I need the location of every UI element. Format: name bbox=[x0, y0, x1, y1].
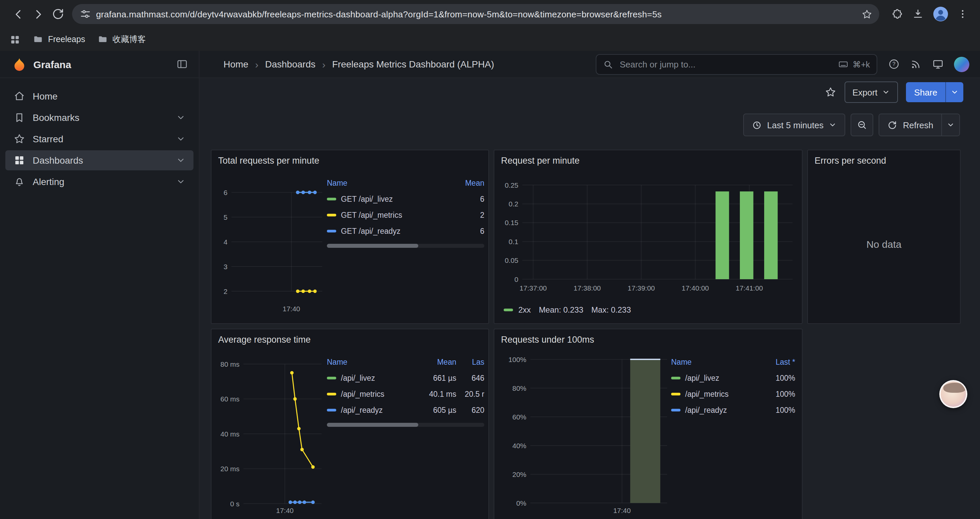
panel-title[interactable]: Request per minute bbox=[500, 154, 797, 170]
panel-title[interactable]: Total requests per minute bbox=[217, 154, 483, 170]
menu-dots-icon[interactable] bbox=[957, 9, 968, 19]
legend-header-row: NameMeanLas bbox=[327, 354, 484, 370]
legend-row: /api/_metrics100% bbox=[671, 386, 795, 402]
series-value: 620 bbox=[456, 406, 484, 414]
help-icon[interactable]: ? bbox=[888, 58, 900, 70]
legend-header-mean[interactable]: Mean bbox=[455, 179, 484, 187]
svg-text:?: ? bbox=[892, 61, 896, 67]
chevron-down-icon[interactable] bbox=[176, 156, 185, 165]
extensions-icon[interactable] bbox=[891, 8, 903, 20]
dashboard-star-icon[interactable] bbox=[824, 86, 836, 98]
legend-header-last-[interactable]: Last * bbox=[758, 358, 795, 366]
svg-text:17:41:00: 17:41:00 bbox=[736, 284, 763, 292]
sidebar-item-dashboards[interactable]: Dashboards bbox=[5, 150, 194, 170]
grafana-sidebar: Grafana Home Bookmarks Starred bbox=[0, 51, 199, 519]
series-name[interactable]: GET /api/_livez bbox=[341, 195, 393, 203]
series-name[interactable]: 2xx bbox=[519, 305, 531, 315]
url-bar[interactable]: grafana.mathmast.com/d/deytv4rwavabkb/fr… bbox=[72, 4, 879, 24]
legend-scrollbar-thumb[interactable] bbox=[327, 423, 418, 427]
legend-row: GET /api/_metrics2 bbox=[327, 207, 484, 223]
legend-table: NameMeanGET /api/_livez6GET /api/_metric… bbox=[327, 175, 484, 239]
site-controls-icon[interactable] bbox=[80, 9, 91, 19]
rss-icon[interactable] bbox=[910, 58, 922, 70]
legend-header-mean[interactable]: Mean bbox=[418, 358, 456, 366]
series-name[interactable]: /api/_readyz bbox=[685, 406, 727, 414]
chrome-profile-avatar[interactable] bbox=[932, 6, 949, 22]
search-input[interactable] bbox=[619, 58, 832, 70]
bar-chart[interactable]: 100%80%60%40%20%0%17:40 bbox=[500, 349, 671, 519]
legend-header-name[interactable]: Name bbox=[327, 358, 418, 366]
legend: NameMeanLas/api/_livez661 µs646/api/_met… bbox=[327, 349, 484, 519]
export-button[interactable]: Export bbox=[844, 81, 898, 103]
legend-header-name[interactable]: Name bbox=[671, 358, 758, 366]
monitor-icon[interactable] bbox=[932, 58, 944, 70]
chevron-down-icon[interactable] bbox=[176, 113, 185, 122]
panel-average-response-time: Average response time 80 ms60 ms40 ms20 … bbox=[211, 329, 489, 519]
series-name[interactable]: /api/_metrics bbox=[685, 390, 729, 398]
series-name[interactable]: /api/_readyz bbox=[341, 406, 383, 414]
series-name[interactable]: /api/_livez bbox=[341, 374, 375, 382]
sidebar-item-label: Dashboards bbox=[33, 155, 83, 166]
folder-icon bbox=[33, 34, 43, 45]
grafana-header: Home › Dashboards › Freeleaps Metrics Da… bbox=[199, 51, 980, 78]
time-range-picker[interactable]: Last 5 minutes bbox=[743, 113, 846, 136]
search-box[interactable]: ⌘+k bbox=[596, 54, 877, 75]
timeseries-chart[interactable]: 6543217:40 bbox=[217, 170, 327, 318]
series-name[interactable]: GET /api/_metrics bbox=[341, 211, 402, 219]
no-data-message: No data bbox=[813, 170, 955, 318]
floating-avatar-overlay[interactable] bbox=[939, 380, 967, 408]
bookmark-star-icon[interactable] bbox=[861, 8, 873, 20]
breadcrumb-home[interactable]: Home bbox=[223, 59, 248, 69]
share-button[interactable]: Share bbox=[906, 82, 945, 102]
legend-scrollbar[interactable] bbox=[327, 423, 484, 427]
panel-requests-under-100ms: Requests under 100ms 100%80%60%40%20%0%1… bbox=[494, 329, 803, 519]
svg-text:0.2: 0.2 bbox=[509, 200, 519, 208]
sidebar-item-alerting[interactable]: Alerting bbox=[5, 172, 194, 192]
refresh-interval-dropdown[interactable] bbox=[941, 114, 959, 136]
sidebar-item-home[interactable]: Home bbox=[5, 86, 194, 106]
share-dropdown-button[interactable] bbox=[945, 82, 963, 102]
refresh-button[interactable]: Refresh bbox=[880, 114, 941, 136]
sidebar-nav: Home Bookmarks Starred Dashboards bbox=[0, 78, 199, 192]
series-name[interactable]: /api/_metrics bbox=[341, 390, 384, 398]
chevron-down-icon[interactable] bbox=[176, 177, 185, 186]
bookmark-folder-blogs[interactable]: 收藏博客 bbox=[97, 34, 146, 45]
svg-text:17:39:00: 17:39:00 bbox=[628, 284, 655, 292]
legend-scrollbar[interactable] bbox=[327, 244, 484, 248]
sidebar-item-bookmarks[interactable]: Bookmarks bbox=[5, 107, 194, 128]
svg-text:40 ms: 40 ms bbox=[221, 430, 240, 438]
panel-title[interactable]: Requests under 100ms bbox=[500, 333, 797, 349]
forward-button[interactable] bbox=[28, 4, 48, 24]
legend-header-row: NameLast * bbox=[671, 354, 795, 370]
legend-scrollbar-thumb[interactable] bbox=[327, 244, 418, 248]
svg-text:60%: 60% bbox=[512, 413, 527, 421]
reload-button[interactable] bbox=[48, 4, 68, 24]
legend: NameLast */api/_livez100%/api/_metrics10… bbox=[671, 349, 795, 519]
chevron-down-icon[interactable] bbox=[176, 134, 185, 144]
bell-icon bbox=[13, 176, 25, 188]
series-value: 646 bbox=[456, 374, 484, 382]
legend-header-name[interactable]: Name bbox=[327, 179, 455, 187]
series-value: 100% bbox=[758, 390, 795, 398]
series-name[interactable]: GET /api/_readyz bbox=[341, 227, 401, 235]
star-icon bbox=[13, 133, 25, 145]
download-icon[interactable] bbox=[912, 8, 924, 20]
apps-grid-icon[interactable] bbox=[10, 34, 21, 45]
breadcrumb-dashboards[interactable]: Dashboards bbox=[265, 59, 315, 69]
url-text[interactable]: grafana.mathmast.com/d/deytv4rwavabkb/fr… bbox=[96, 9, 854, 19]
collapse-sidebar-icon[interactable] bbox=[176, 58, 188, 70]
bar-chart[interactable]: 0.250.20.150.10.05017:37:0017:38:0017:39… bbox=[500, 170, 797, 303]
bookmark-folder-freeleaps[interactable]: Freeleaps bbox=[33, 34, 85, 45]
zoom-out-button[interactable] bbox=[851, 113, 873, 136]
panel-title[interactable]: Errors per second bbox=[813, 154, 955, 170]
keyboard-icon bbox=[838, 59, 849, 69]
legend-header-las[interactable]: Las bbox=[456, 358, 484, 366]
series-name[interactable]: /api/_livez bbox=[685, 374, 719, 382]
panel-title[interactable]: Average response time bbox=[217, 333, 483, 349]
series-value: 40.1 ms bbox=[418, 390, 456, 398]
back-button[interactable] bbox=[8, 4, 28, 24]
grafana-logo[interactable] bbox=[12, 57, 27, 72]
user-avatar[interactable] bbox=[954, 56, 969, 72]
timeseries-chart[interactable]: 80 ms60 ms40 ms20 ms0 s17:40 bbox=[217, 349, 327, 519]
sidebar-item-starred[interactable]: Starred bbox=[5, 129, 194, 149]
